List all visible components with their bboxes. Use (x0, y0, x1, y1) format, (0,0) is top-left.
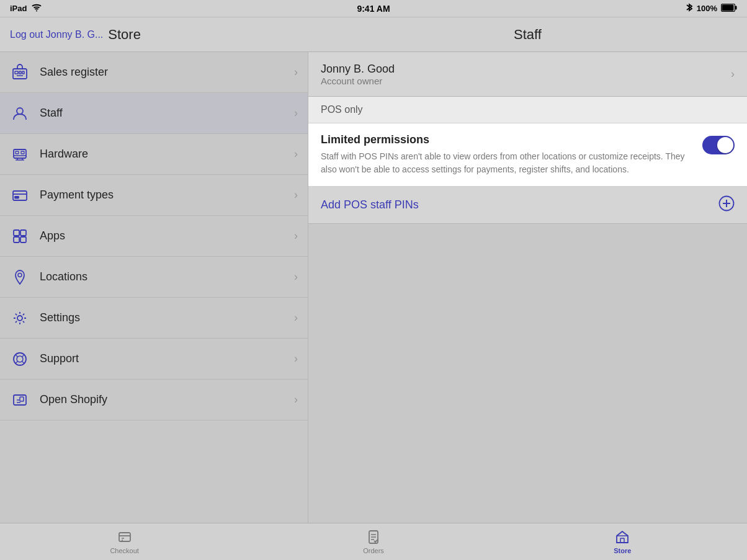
hardware-icon (10, 144, 30, 164)
sidebar-item-apps[interactable]: Apps › (0, 216, 308, 257)
chevron-icon-hardware: › (294, 148, 298, 161)
svg-line-30 (16, 361, 18, 363)
svg-rect-2 (735, 6, 737, 9)
sidebar-item-support[interactable]: Support › (0, 339, 308, 380)
chevron-icon-sales-register: › (294, 66, 298, 79)
svg-rect-12 (16, 151, 19, 154)
sidebar-label-sales-register: Sales register (40, 66, 294, 79)
svg-rect-7 (22, 71, 24, 74)
header-right: Staff (308, 27, 747, 43)
staff-person-row[interactable]: Jonny B. Good Account owner › (308, 52, 747, 97)
sidebar-item-staff[interactable]: Staff › (0, 93, 308, 134)
sidebar-label-apps: Apps (40, 229, 294, 242)
svg-point-25 (17, 316, 22, 321)
settings-icon (10, 308, 30, 328)
checkout-tab-label: Checkout (110, 547, 138, 554)
svg-line-28 (16, 354, 18, 357)
add-pins-row[interactable]: Add POS staff PINs (308, 187, 747, 224)
svg-rect-19 (15, 197, 19, 198)
logout-link[interactable]: Log out Jonny B. G... (10, 29, 103, 40)
svg-line-31 (22, 361, 25, 363)
svg-rect-3 (722, 4, 734, 11)
shopify-icon (10, 390, 30, 410)
chevron-icon-locations: › (294, 270, 298, 283)
limited-perms-text: Limited permissions Staff with POS PINs … (321, 133, 692, 176)
store-title: Store (108, 27, 141, 43)
sidebar-label-payment-types: Payment types (40, 189, 294, 202)
device-label: iPad (10, 4, 27, 13)
support-icon (10, 349, 30, 369)
register-icon (10, 63, 30, 82)
sidebar-label-open-shopify: Open Shopify (40, 393, 294, 406)
sidebar: Sales register › Staff › (0, 52, 308, 523)
limited-perms-toggle[interactable] (702, 136, 735, 154)
svg-rect-5 (15, 71, 18, 74)
location-icon (10, 267, 30, 287)
pos-only-label: POS only (321, 104, 363, 115)
svg-rect-33 (20, 397, 24, 401)
right-panel: Jonny B. Good Account owner › POS only L… (308, 52, 747, 523)
payment-icon (10, 185, 30, 205)
wifi-icon (32, 3, 42, 14)
header-left: Log out Jonny B. G... Store (0, 27, 308, 43)
sidebar-item-open-shopify[interactable]: Open Shopify › (0, 380, 308, 420)
toggle-container[interactable] (702, 136, 735, 154)
chevron-icon-staff-person: › (731, 68, 735, 81)
battery-icon (721, 4, 737, 14)
tab-store[interactable]: Store (597, 529, 647, 554)
store-tab-label: Store (614, 547, 631, 554)
limited-perms-title: Limited permissions (321, 133, 692, 146)
orders-tab-label: Orders (363, 547, 384, 554)
toggle-knob (717, 137, 733, 153)
status-bar: iPad 9:41 AM 100% (0, 0, 747, 17)
staff-person-info: Jonny B. Good Account owner (321, 63, 731, 86)
status-time: 9:41 AM (357, 4, 390, 14)
apps-icon (10, 226, 30, 246)
store-tab-icon (614, 529, 630, 545)
svg-rect-22 (14, 237, 19, 242)
status-right: 100% (686, 2, 737, 14)
svg-rect-6 (19, 71, 21, 74)
sidebar-item-sales-register[interactable]: Sales register › (0, 52, 308, 93)
app-header: Log out Jonny B. G... Store Staff (0, 17, 747, 52)
sidebar-item-settings[interactable]: Settings › (0, 298, 308, 339)
staff-icon (10, 104, 30, 123)
add-pins-icon (718, 195, 735, 215)
sidebar-label-staff: Staff (40, 107, 294, 120)
staff-person-name: Jonny B. Good (321, 63, 731, 76)
svg-rect-23 (20, 237, 26, 242)
sidebar-item-payment-types[interactable]: Payment types › (0, 175, 308, 216)
svg-rect-20 (14, 230, 19, 236)
bluetooth-icon (686, 2, 693, 14)
main-layout: Sales register › Staff › (0, 52, 747, 523)
sidebar-label-hardware: Hardware (40, 148, 294, 161)
chevron-icon-staff: › (294, 107, 298, 120)
checkout-tab-icon (117, 529, 133, 545)
tab-orders[interactable]: Orders (349, 529, 398, 554)
orders-tab-icon (365, 529, 382, 545)
status-left: iPad (10, 3, 42, 14)
sidebar-label-support: Support (40, 352, 294, 365)
svg-rect-21 (20, 230, 26, 236)
tab-bar: Checkout Orders Store (0, 523, 747, 560)
add-pins-label: Add POS staff PINs (321, 198, 718, 211)
sidebar-item-locations[interactable]: Locations › (0, 257, 308, 298)
staff-title: Staff (514, 27, 542, 43)
chevron-icon-apps: › (294, 229, 298, 242)
sidebar-item-hardware[interactable]: Hardware › (0, 134, 308, 175)
sidebar-label-settings: Settings (40, 311, 294, 324)
svg-rect-13 (21, 151, 24, 154)
tab-checkout[interactable]: Checkout (100, 529, 150, 554)
sidebar-label-locations: Locations (40, 270, 294, 283)
svg-line-29 (22, 354, 25, 357)
svg-point-0 (36, 11, 37, 12)
chevron-icon-settings: › (294, 311, 298, 324)
svg-rect-17 (13, 191, 27, 200)
svg-point-24 (18, 273, 22, 277)
chevron-icon-payment-types: › (294, 189, 298, 202)
battery-label: 100% (697, 4, 717, 13)
svg-point-9 (17, 108, 23, 114)
limited-permissions-card: Limited permissions Staff with POS PINs … (308, 123, 747, 187)
svg-rect-37 (119, 533, 130, 541)
limited-perms-desc: Staff with POS PINs aren't able to view … (321, 150, 692, 176)
